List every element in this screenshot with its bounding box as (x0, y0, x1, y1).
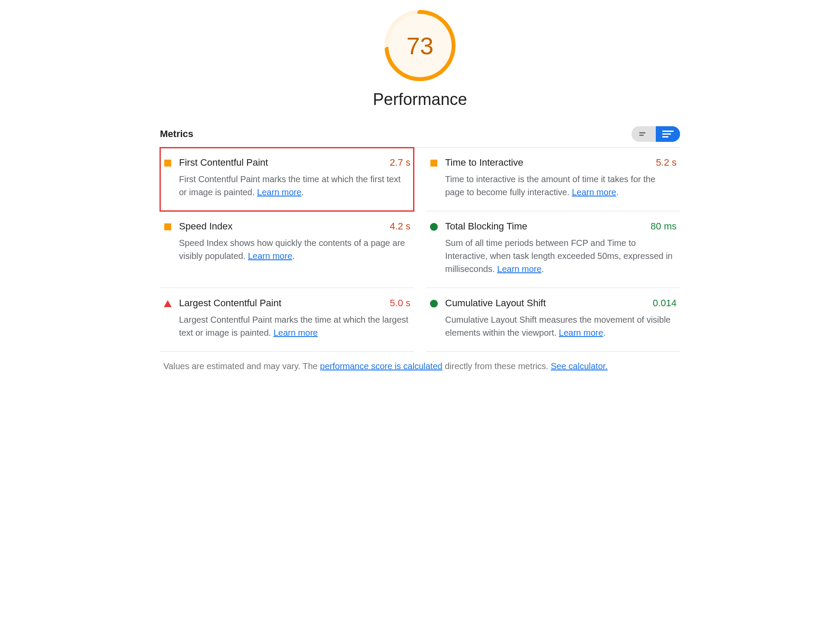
expand-view-button[interactable] (656, 126, 680, 142)
metric-value: 5.2 s (656, 157, 677, 168)
svg-rect-7 (164, 160, 171, 167)
expand-icon (662, 130, 674, 138)
square-icon (163, 159, 172, 167)
svg-rect-4 (662, 131, 674, 132)
collapse-icon (639, 131, 648, 137)
svg-rect-3 (639, 135, 644, 136)
svg-rect-5 (662, 134, 671, 135)
metric-value: 0.014 (653, 298, 677, 309)
metric-description: Largest Contentful Paint marks the time … (179, 313, 410, 339)
status-icon (163, 299, 172, 308)
score-value: 73 (407, 32, 433, 60)
metric-value: 80 ms (651, 221, 677, 232)
status-icon (430, 299, 438, 308)
triangle-icon (163, 299, 172, 308)
learn-more-link[interactable]: Learn more (559, 328, 603, 337)
metric-description: Speed Index shows how quickly the conten… (179, 236, 410, 262)
metric-name: Largest Contentful Paint (179, 298, 281, 309)
circle-icon (430, 223, 438, 231)
metric-name: First Contentful Paint (179, 157, 268, 168)
metric-name: Total Blocking Time (445, 221, 527, 232)
learn-more-link[interactable]: Learn more (497, 264, 541, 274)
status-icon (163, 159, 172, 167)
footnote-text-2: directly from these metrics. (443, 361, 551, 371)
metrics-heading: Metrics (160, 128, 193, 140)
metric-name: Time to Interactive (445, 157, 523, 168)
performance-gauge-section: 73 Performance (160, 9, 680, 109)
view-toggle (632, 126, 680, 142)
metric-5: Cumulative Layout Shift0.014Cumulative L… (426, 288, 680, 352)
square-icon (163, 223, 172, 231)
status-icon (430, 159, 438, 167)
svg-point-10 (430, 223, 438, 231)
metric-3: Total Blocking Time80 msSum of all time … (426, 211, 680, 288)
metric-description: Cumulative Layout Shift measures the mov… (445, 313, 677, 339)
status-icon (430, 223, 438, 231)
metric-2: Speed Index4.2 sSpeed Index shows how qu… (160, 211, 414, 288)
learn-more-link[interactable]: Learn more (248, 251, 292, 261)
svg-rect-6 (662, 136, 668, 137)
square-icon (430, 159, 438, 167)
learn-more-link[interactable]: Learn more (273, 328, 318, 337)
status-icon (163, 223, 172, 231)
learn-more-link[interactable]: Learn more (572, 187, 616, 197)
metric-name: Cumulative Layout Shift (445, 298, 546, 309)
section-title: Performance (373, 90, 467, 109)
metric-description: First Contentful Paint marks the time at… (179, 173, 410, 199)
metric-description: Sum of all time periods between FCP and … (445, 236, 677, 275)
svg-rect-2 (639, 132, 645, 134)
metric-description: Time to interactive is the amount of tim… (445, 173, 677, 199)
footnote: Values are estimated and may vary. The p… (160, 352, 680, 371)
metric-name: Speed Index (179, 221, 233, 232)
metric-1: Time to Interactive5.2 sTime to interact… (426, 147, 680, 211)
collapse-view-button[interactable] (632, 126, 656, 142)
score-gauge: 73 (383, 9, 457, 82)
svg-rect-9 (164, 223, 171, 230)
metric-4: Largest Contentful Paint5.0 sLargest Con… (160, 288, 414, 352)
metric-0: First Contentful Paint2.7 sFirst Content… (160, 147, 414, 211)
see-calculator-link[interactable]: See calculator. (551, 361, 608, 371)
circle-icon (430, 299, 438, 308)
learn-more-link[interactable]: Learn more (257, 187, 301, 197)
metric-value: 4.2 s (390, 221, 410, 232)
metric-value: 5.0 s (390, 298, 410, 309)
svg-rect-8 (430, 160, 437, 167)
svg-point-12 (430, 300, 438, 308)
footnote-text: Values are estimated and may vary. The (163, 361, 320, 371)
svg-marker-11 (164, 300, 172, 307)
metric-value: 2.7 s (390, 157, 410, 168)
calc-link[interactable]: performance score is calculated (320, 361, 442, 371)
